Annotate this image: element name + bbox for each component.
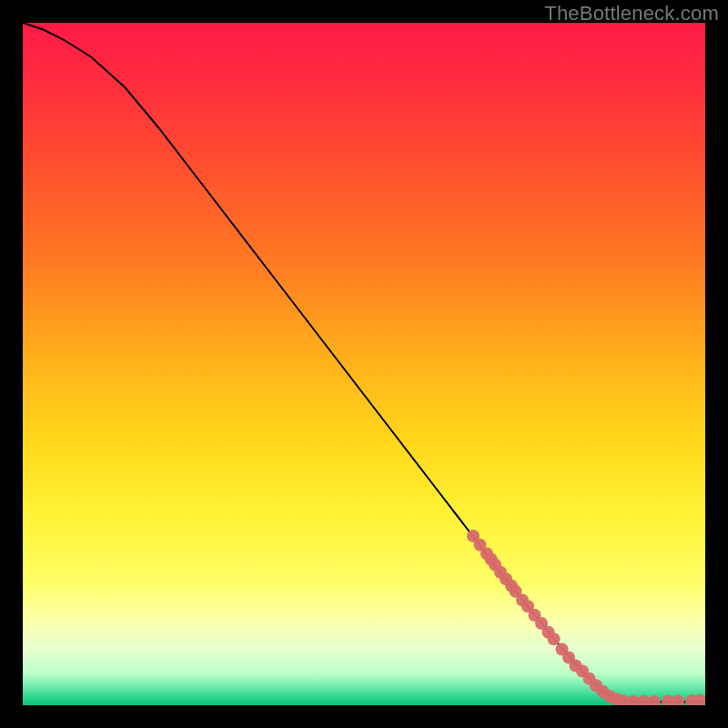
chart-svg [23,23,705,705]
watermark-text: TheBottleneck.com [544,2,719,25]
plot-area [23,23,705,705]
marker-dot [548,632,561,645]
gradient-background [23,23,705,705]
chart-stage: TheBottleneck.com [0,0,728,728]
